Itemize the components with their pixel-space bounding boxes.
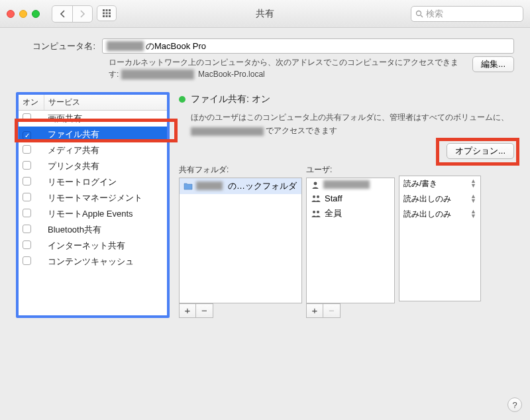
minimize-window-button[interactable] bbox=[19, 10, 27, 18]
svg-rect-5 bbox=[109, 12, 111, 14]
search-field[interactable]: 検索 bbox=[411, 6, 523, 22]
folders-list[interactable]: の…ックフォルダ bbox=[179, 178, 302, 303]
help-button[interactable]: ? bbox=[507, 397, 522, 412]
users-list[interactable]: Staff 全員 bbox=[306, 178, 395, 303]
show-all-button[interactable] bbox=[97, 5, 117, 21]
service-checkbox[interactable] bbox=[23, 225, 31, 233]
remove-folder-button[interactable]: − bbox=[196, 303, 213, 318]
nav-buttons bbox=[52, 5, 117, 23]
chevron-left-icon bbox=[60, 10, 66, 18]
service-checkbox[interactable] bbox=[23, 256, 31, 265]
user-label: Staff bbox=[325, 193, 343, 203]
computer-name-subtext-row: ローカルネットワーク上のコンピュータから、次のアドレスでこのコンピュータにアクセ… bbox=[109, 56, 514, 80]
service-label: リモートApple Events bbox=[44, 206, 167, 222]
service-checkbox[interactable]: ✓ bbox=[23, 131, 31, 140]
computer-name-field[interactable]: のMacBook Pro bbox=[102, 38, 514, 54]
folder-label: の…ックフォルダ bbox=[228, 180, 297, 192]
service-checkbox[interactable] bbox=[23, 240, 31, 249]
folder-icon bbox=[184, 182, 193, 190]
service-row[interactable]: プリンタ共有 bbox=[19, 158, 167, 174]
person-icon bbox=[311, 180, 320, 189]
back-button[interactable] bbox=[52, 6, 72, 22]
service-label: プリンタ共有 bbox=[44, 158, 167, 174]
edit-button[interactable]: 編集... bbox=[472, 56, 514, 72]
service-checkbox[interactable] bbox=[23, 145, 31, 154]
service-checkbox[interactable] bbox=[23, 193, 31, 201]
folder-row[interactable]: の…ックフォルダ bbox=[180, 178, 301, 194]
svg-point-15 bbox=[317, 211, 319, 213]
chevron-right-icon bbox=[80, 10, 85, 18]
computer-name-value: のMacBook Pro bbox=[146, 40, 206, 52]
svg-rect-4 bbox=[106, 12, 108, 14]
computer-name-label: コンピュータ名: bbox=[16, 40, 95, 52]
perm-row[interactable]: 読み/書き ▲▼ bbox=[399, 176, 480, 191]
perm-row[interactable]: 読み出しのみ ▲▼ bbox=[399, 191, 480, 207]
forward-button[interactable] bbox=[72, 6, 92, 22]
service-checkbox[interactable] bbox=[23, 113, 31, 122]
svg-point-14 bbox=[313, 211, 315, 213]
svg-rect-0 bbox=[103, 9, 105, 11]
service-row[interactable]: コンテンツキャッシュ bbox=[19, 254, 167, 270]
remove-user-button[interactable]: − bbox=[323, 303, 341, 318]
users-label: ユーザ: bbox=[306, 164, 395, 176]
service-row[interactable]: インターネット共有 bbox=[19, 238, 167, 254]
perm-label: 読み出しのみ bbox=[403, 209, 451, 220]
svg-point-13 bbox=[317, 195, 319, 198]
service-label: Bluetooth共有 bbox=[44, 222, 167, 238]
service-row[interactable]: リモートApple Events bbox=[19, 206, 167, 222]
zoom-window-button[interactable] bbox=[32, 10, 40, 18]
service-row[interactable]: リモートログイン bbox=[19, 174, 167, 190]
svg-rect-1 bbox=[106, 9, 108, 11]
computer-name-row: コンピュータ名: のMacBook Pro bbox=[16, 38, 514, 54]
perm-stepper[interactable]: ▲▼ bbox=[470, 194, 476, 203]
service-label: リモートログイン bbox=[44, 174, 167, 190]
col-service-header[interactable]: サービス bbox=[44, 95, 167, 111]
user-label: 全員 bbox=[325, 207, 342, 219]
col-on-header[interactable]: オン bbox=[19, 95, 44, 111]
perm-stepper[interactable]: ▲▼ bbox=[470, 209, 476, 219]
folders-label: 共有フォルダ: bbox=[179, 164, 302, 176]
service-label: 画面共有 bbox=[44, 111, 167, 127]
add-user-button[interactable]: + bbox=[306, 303, 323, 318]
search-icon bbox=[415, 10, 423, 18]
service-checkbox[interactable] bbox=[23, 209, 31, 217]
perm-stepper[interactable]: ▲▼ bbox=[470, 179, 476, 188]
user-row[interactable] bbox=[307, 178, 394, 191]
add-folder-button[interactable]: + bbox=[179, 303, 196, 318]
redacted-text bbox=[323, 180, 370, 189]
perm-row[interactable]: 読み出しのみ ▲▼ bbox=[399, 207, 480, 222]
service-checkbox[interactable] bbox=[23, 177, 31, 185]
group-icon bbox=[311, 209, 321, 218]
folders-pm-buttons: + − bbox=[179, 303, 302, 318]
service-row[interactable]: 画面共有 bbox=[19, 111, 167, 127]
service-row[interactable]: メディア共有 bbox=[19, 142, 167, 158]
redacted-text bbox=[191, 127, 264, 136]
status-dot-icon bbox=[179, 96, 186, 103]
service-row[interactable]: Bluetooth共有 bbox=[19, 222, 167, 238]
grid-icon bbox=[102, 9, 111, 18]
service-checkbox[interactable] bbox=[23, 161, 31, 170]
service-row[interactable]: ✓ ファイル共有 bbox=[19, 127, 167, 142]
close-window-button[interactable] bbox=[7, 10, 15, 18]
svg-line-10 bbox=[421, 15, 423, 17]
options-button[interactable]: オプション... bbox=[447, 143, 514, 159]
user-row[interactable]: Staff bbox=[307, 191, 394, 205]
service-row[interactable]: リモートマネージメント bbox=[19, 190, 167, 206]
service-label: リモートマネージメント bbox=[44, 190, 167, 206]
group-icon bbox=[311, 193, 321, 203]
perm-label: 読み出しのみ bbox=[403, 193, 451, 205]
svg-rect-6 bbox=[103, 15, 105, 17]
window-controls bbox=[7, 10, 40, 18]
redacted-text bbox=[121, 70, 194, 79]
user-row[interactable]: 全員 bbox=[307, 205, 394, 221]
svg-point-11 bbox=[314, 182, 317, 185]
window-title: 共有 bbox=[256, 8, 274, 20]
service-label: コンテンツキャッシュ bbox=[44, 254, 167, 270]
service-label: ファイル共有 bbox=[44, 127, 167, 142]
service-label: メディア共有 bbox=[44, 142, 167, 158]
users-column: ユーザ: Staff 全員 bbox=[306, 164, 395, 318]
perms-column: 読み/書き ▲▼ 読み出しのみ ▲▼ 読み出しのみ ▲▼ bbox=[399, 164, 481, 318]
status-description: ほかのユーザはこのコンピュータ上の共有フォルダに、管理者はすべてのボリュームに、… bbox=[191, 111, 514, 138]
perms-list: 読み/書き ▲▼ 読み出しのみ ▲▼ 読み出しのみ ▲▼ bbox=[399, 176, 481, 301]
sharing-lists: 共有フォルダ: の…ックフォルダ + − ユーザ bbox=[179, 164, 514, 318]
